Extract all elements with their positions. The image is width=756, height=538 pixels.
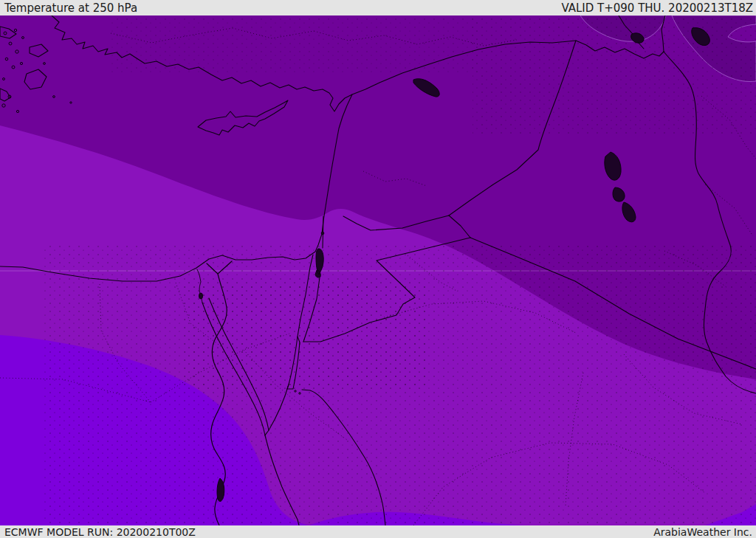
valid-time-label: VALID T+090 THU. 20200213T18Z: [561, 1, 753, 15]
header-bar: Temperature at 250 hPa VALID T+090 THU. …: [0, 0, 756, 15]
footer-bar: ECMWF MODEL RUN: 20200210T00Z ArabiaWeat…: [0, 525, 756, 538]
credit-label: ArabiaWeather Inc.: [653, 526, 752, 538]
weather-map-canvas: [0, 15, 756, 525]
bitter-lakes: [199, 293, 203, 299]
sea-of-galilee: [321, 232, 324, 235]
map-title: Temperature at 250 hPa: [4, 1, 137, 15]
weather-map: [0, 15, 756, 525]
model-run-label: ECMWF MODEL RUN: 20200210T00Z: [4, 526, 196, 538]
